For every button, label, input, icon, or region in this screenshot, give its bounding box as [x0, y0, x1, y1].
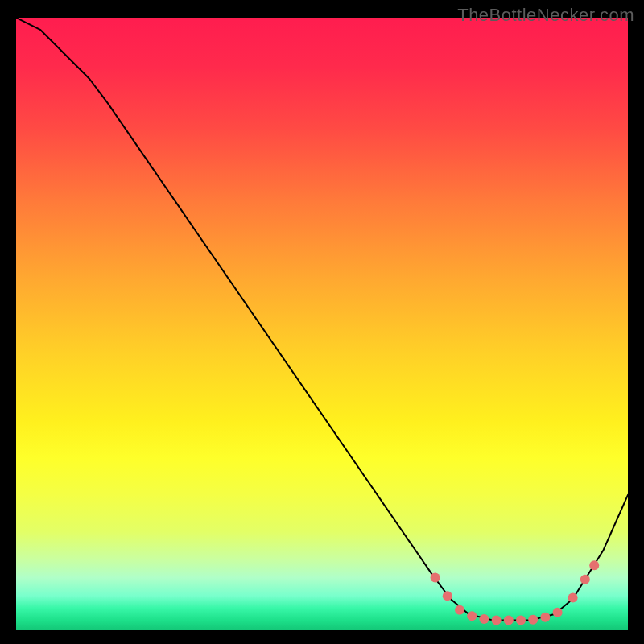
chart-frame: TheBottleNecker.com	[0, 0, 644, 644]
curve-point	[467, 611, 477, 621]
curve-point	[479, 614, 489, 624]
curve-point	[504, 616, 514, 625]
curve-point	[580, 575, 590, 584]
curve-point	[540, 613, 550, 622]
curve-point	[455, 605, 464, 615]
curve-point	[431, 572, 440, 582]
plot-area	[16, 18, 628, 630]
curve-point	[553, 608, 563, 617]
curve-point	[589, 560, 599, 570]
curve-point	[528, 615, 538, 625]
curve-point	[492, 616, 502, 625]
curve-point	[516, 616, 526, 625]
curve-point	[443, 591, 452, 601]
curve-point	[568, 592, 578, 602]
watermark-text: TheBottleNecker.com	[457, 5, 634, 26]
curve-highlight-points	[16, 18, 628, 630]
